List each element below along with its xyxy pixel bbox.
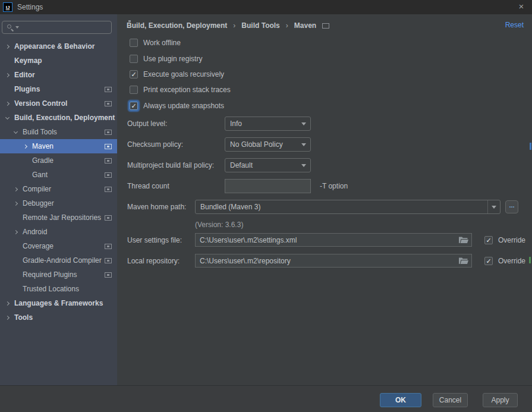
chevron-right-icon[interactable] [5, 74, 14, 77]
checkbox-box[interactable] [484, 257, 493, 265]
chevron-right-icon[interactable] [5, 316, 14, 319]
user-settings-file-field[interactable] [195, 233, 472, 247]
field-label: User settings file: [127, 233, 182, 247]
checkbox-work-offline[interactable]: Work offline [130, 37, 181, 49]
local-repository-field[interactable] [195, 254, 472, 268]
checkbox-box[interactable] [484, 236, 493, 244]
sidebar-item-coverage[interactable]: Coverage [0, 239, 117, 253]
checkbox-execute-goals-recursively[interactable]: Execute goals recursively [130, 68, 224, 80]
override-local-repository[interactable]: Override [484, 254, 525, 268]
checkbox-label: Always update snapshots [143, 102, 224, 110]
sidebar-item-tools[interactable]: Tools [0, 310, 117, 325]
sidebar-item-label: Build, Execution, Deployment [14, 114, 115, 122]
field-label: Maven home path: [127, 200, 186, 214]
apply-button[interactable]: Apply [483, 393, 518, 407]
sidebar-item-appearance-behavior[interactable]: Appearance & Behavior [0, 39, 117, 54]
chevron-right-icon[interactable] [5, 302, 14, 305]
multiproject-build-fail-policy-select[interactable]: Default [225, 158, 311, 172]
cancel-button[interactable]: Cancel [433, 393, 468, 407]
settings-content-panel: Build, Execution, Deployment › Build Too… [117, 14, 532, 385]
sidebar-item-version-control[interactable]: Version Control [0, 96, 117, 111]
scroll-marker-blue [530, 143, 531, 150]
checksum-policy-select[interactable]: No Global Policy [225, 137, 311, 152]
sidebar-item-plugins[interactable]: Plugins [0, 82, 117, 96]
folder-icon[interactable] [459, 257, 468, 265]
checkbox-box[interactable] [130, 55, 138, 63]
scroll-marker-green [529, 257, 531, 263]
sidebar-item-label: Gradle-Android Compiler [23, 256, 102, 265]
chevron-down-icon[interactable] [5, 117, 14, 119]
sidebar-item-label: Gradle [32, 156, 53, 165]
project-settings-icon [105, 101, 112, 106]
chevron-right-icon[interactable] [13, 188, 23, 191]
chevron-right-icon[interactable] [5, 45, 14, 48]
project-settings-icon [322, 23, 329, 29]
settings-search-input[interactable] [23, 22, 109, 33]
sidebar-item-build-tools[interactable]: Build Tools [0, 125, 117, 139]
breadcrumb: Build, Execution, Deployment › Build Too… [127, 19, 329, 32]
sidebar-item-label: Appearance & Behavior [14, 42, 95, 51]
checkbox-box[interactable] [130, 102, 138, 110]
breadcrumb-segment[interactable]: Build, Execution, Deployment [127, 21, 227, 30]
chevron-right-icon[interactable] [5, 102, 14, 105]
sidebar-item-editor[interactable]: Editor [0, 68, 117, 82]
sidebar-item-required-plugins[interactable]: Required Plugins [0, 268, 117, 282]
override-user-settings[interactable]: Override [484, 233, 525, 247]
sidebar-item-languages-frameworks[interactable]: Languages & Frameworks [0, 296, 117, 310]
checkbox-label: Use plugin registry [143, 55, 202, 63]
sidebar-item-compiler[interactable]: Compiler [0, 182, 117, 196]
sidebar-item-build-execution-deployment[interactable]: Build, Execution, Deployment [0, 111, 117, 125]
sidebar-item-gradle-android-compiler[interactable]: Gradle-Android Compiler [0, 253, 117, 268]
sidebar-item-label: Editor [14, 71, 35, 79]
checkbox-label: Work offline [143, 39, 181, 47]
sidebar-item-label: Gant [32, 171, 48, 179]
search-options-chevron-icon[interactable] [15, 26, 19, 29]
sidebar-item-android[interactable]: Android [0, 225, 117, 239]
selected-value: No Global Policy [230, 140, 283, 149]
combobox-arrow-button[interactable] [487, 200, 500, 213]
sidebar-item-gradle[interactable]: Gradle [0, 153, 117, 168]
ok-button[interactable]: OK [380, 393, 421, 407]
project-settings-icon [105, 87, 112, 92]
sidebar-item-debugger[interactable]: Debugger [0, 196, 117, 210]
maven-home-path-combobox[interactable]: Bundled (Maven 3) [195, 200, 500, 214]
intellij-logo-icon: IJ [3, 2, 12, 12]
checkbox-box[interactable] [130, 70, 138, 78]
sidebar-item-remote-jar-repositories[interactable]: Remote Jar Repositories [0, 210, 117, 225]
checkbox-always-update-snapshots[interactable]: Always update snapshots [130, 100, 224, 112]
checkbox-box[interactable] [130, 86, 138, 94]
field-label: Thread count [127, 179, 169, 193]
sidebar-item-label: Build Tools [23, 128, 57, 136]
chevron-down-icon[interactable] [13, 131, 23, 133]
settings-search-field[interactable] [2, 21, 112, 34]
sidebar-item-trusted-locations[interactable]: Trusted Locations [0, 282, 117, 296]
chevron-right-icon[interactable] [13, 231, 23, 234]
sidebar-item-keymap[interactable]: Keymap [0, 54, 117, 68]
browse-button[interactable]: ... [505, 200, 518, 213]
folder-icon[interactable] [459, 236, 468, 244]
sidebar-item-label: Plugins [14, 85, 40, 93]
breadcrumb-segment[interactable]: Maven [294, 21, 316, 30]
sidebar-item-gant[interactable]: Gant [0, 168, 117, 182]
chevron-right-icon[interactable] [23, 145, 32, 148]
chevron-down-icon [301, 122, 306, 125]
reset-link[interactable]: Reset [505, 21, 524, 29]
breadcrumb-separator: › [286, 21, 288, 30]
checkbox-use-plugin-registry[interactable]: Use plugin registry [130, 53, 202, 65]
local-repository-input[interactable] [196, 254, 471, 267]
checkbox-box[interactable] [130, 39, 138, 47]
title-bar: IJ Settings × [0, 0, 532, 14]
user-settings-file-input[interactable] [196, 234, 471, 246]
sidebar-item-maven[interactable]: Maven [0, 139, 117, 153]
thread-count-input[interactable] [225, 179, 311, 193]
breadcrumb-segment[interactable]: Build Tools [241, 21, 279, 30]
checkbox-print-exception-stack-traces[interactable]: Print exception stack traces [130, 84, 231, 96]
t-option-label: -T option [320, 179, 348, 193]
chevron-right-icon[interactable] [13, 202, 23, 205]
breadcrumb-separator: › [233, 21, 235, 30]
close-icon[interactable]: × [514, 0, 528, 14]
output-level-select[interactable]: Info [225, 117, 311, 131]
chevron-down-icon [301, 164, 306, 167]
sidebar-item-label: Version Control [14, 99, 67, 108]
project-settings-icon [105, 258, 112, 263]
